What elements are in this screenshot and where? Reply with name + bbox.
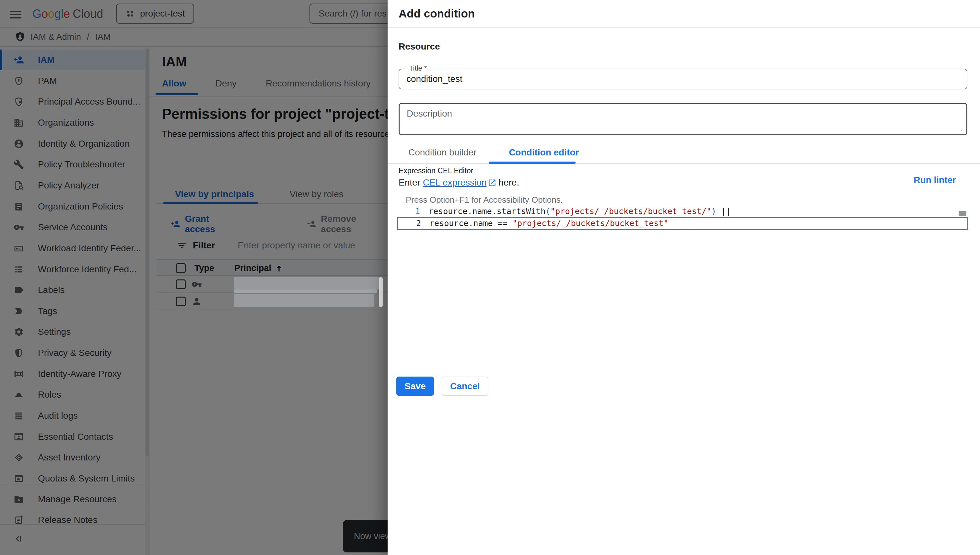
active-condition-tab-underline	[489, 162, 576, 164]
save-button[interactable]: Save	[396, 377, 434, 396]
panel-divider	[388, 27, 980, 28]
hint-prefix: Enter	[399, 178, 420, 188]
code-line-1[interactable]: 1resource.name.startsWith("projects/_/bu…	[397, 206, 968, 217]
description-textarea[interactable]	[407, 109, 951, 130]
hint-suffix: here.	[499, 178, 519, 188]
cel-expression-link[interactable]: CEL expression	[423, 178, 487, 188]
editor-scrollbar-thumb[interactable]	[959, 211, 966, 216]
accessibility-note: Press Option+F1 for Accessibility Option…	[406, 195, 563, 205]
title-input[interactable]	[406, 69, 957, 89]
line-number: 2	[398, 218, 430, 229]
code-line-2[interactable]: 2resource.name == "projects/_/buckets/bu…	[397, 217, 968, 230]
tab-condition-builder[interactable]: Condition builder	[408, 148, 476, 158]
external-link-icon	[488, 178, 496, 187]
code-text: resource.name.startsWith("projects/_/buc…	[428, 206, 731, 217]
cancel-button[interactable]: Cancel	[442, 377, 488, 396]
add-condition-panel: Add condition Resource Title * Condition…	[388, 0, 980, 555]
run-linter-button[interactable]: Run linter	[914, 175, 956, 185]
redacted-principal	[234, 289, 377, 294]
line-number: 1	[397, 206, 428, 217]
panel-buttons: Save Cancel	[396, 377, 488, 396]
cel-code-editor[interactable]: 1resource.name.startsWith("projects/_/bu…	[397, 206, 968, 230]
condition-title-field[interactable]: Title *	[399, 69, 967, 89]
tab-condition-editor[interactable]: Condition editor	[509, 148, 579, 158]
redacted-principal	[234, 294, 374, 307]
resource-section-label: Resource	[399, 42, 440, 52]
cel-editor-caption: Expression CEL Editor	[399, 167, 473, 175]
redacted-principal	[234, 277, 382, 289]
panel-title: Add condition	[399, 7, 475, 20]
condition-description-field[interactable]	[399, 103, 967, 135]
code-text: resource.name == "projects/_/buckets/buc…	[430, 218, 669, 229]
resize-grip-icon[interactable]	[957, 126, 964, 132]
condition-mode-tabs: Condition builderCondition editor	[408, 148, 579, 158]
editor-scrollbar-track	[957, 204, 958, 343]
cel-hint: Enter CEL expressionhere.	[399, 178, 519, 188]
table-scrollbar-thumb[interactable]	[379, 277, 383, 307]
condition-tabs-divider	[388, 163, 980, 164]
